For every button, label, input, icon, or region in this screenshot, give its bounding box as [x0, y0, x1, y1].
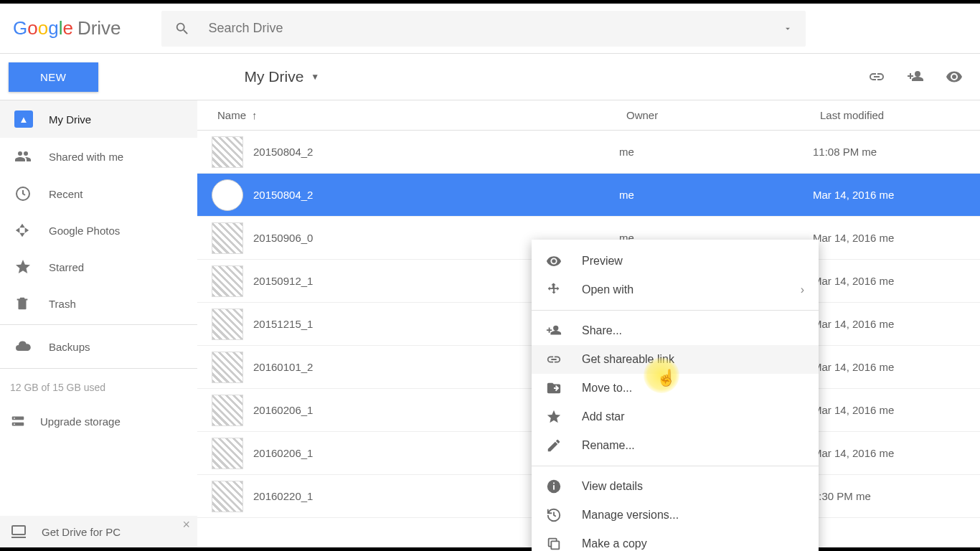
ctx-manage-versions[interactable]: Manage versions...: [532, 501, 819, 529]
ctx-view-details[interactable]: View details: [532, 472, 819, 501]
nav-label: Recent: [49, 188, 83, 200]
nav-label: Google Photos: [49, 225, 120, 237]
ctx-share[interactable]: Share...: [532, 316, 819, 345]
file-name: 20150804_2: [253, 146, 619, 158]
link-icon[interactable]: [868, 68, 885, 85]
context-menu: Preview Open with › Share... Get shareab…: [532, 240, 819, 551]
file-modified: Mar 14, 2016 me: [813, 318, 894, 330]
storage-icon: [10, 413, 26, 429]
desktop-icon: [10, 523, 27, 540]
sort-asc-icon: ↑: [252, 109, 258, 121]
ctx-rename[interactable]: Rename...: [532, 431, 819, 460]
black-letterbox-bottom: [0, 547, 980, 551]
toolbar: NEW My Drive ▼: [0, 54, 980, 100]
new-button[interactable]: NEW: [9, 62, 98, 92]
ctx-label: Share...: [582, 324, 622, 337]
file-thumbnail: [212, 265, 243, 297]
file-owner: me: [619, 146, 813, 158]
sidebar-item-starred[interactable]: Starred: [0, 248, 197, 286]
upgrade-storage[interactable]: Upgrade storage: [0, 403, 197, 439]
close-icon[interactable]: ×: [182, 517, 190, 532]
drive-icon: ▲: [14, 110, 33, 128]
ctx-label: Rename...: [582, 439, 635, 452]
main: ▲ My Drive Shared with me Recent Google …: [0, 100, 980, 547]
file-modified: Mar 14, 2016 me: [813, 189, 894, 201]
file-modified: 7:30 PM me: [813, 490, 871, 502]
sidebar-item-backups[interactable]: Backups: [0, 328, 197, 365]
header: Google Drive: [0, 4, 980, 54]
ctx-label: Open with: [582, 283, 633, 296]
search-bar[interactable]: [161, 11, 806, 47]
history-icon: [546, 507, 565, 523]
eye-icon[interactable]: [946, 68, 963, 85]
ctx-separator: [532, 466, 819, 466]
file-modified: Mar 14, 2016 me: [813, 447, 894, 459]
file-modified: 11:08 PM me: [813, 146, 877, 158]
cloud-icon: [14, 338, 33, 355]
file-thumbnail: [212, 179, 243, 211]
svg-point-3: [14, 418, 15, 419]
ctx-label: Move to...: [582, 382, 632, 395]
person-add-icon[interactable]: [907, 68, 924, 85]
sidebar-item-recent[interactable]: Recent: [0, 175, 197, 212]
trash-icon: [14, 296, 33, 311]
sidebar: ▲ My Drive Shared with me Recent Google …: [0, 100, 197, 547]
ctx-label: View details: [582, 480, 643, 493]
search-options-dropdown-icon[interactable]: [783, 24, 793, 34]
sidebar-item-photos[interactable]: Google Photos: [0, 212, 197, 248]
clock-icon: [14, 185, 33, 202]
star-icon: [546, 409, 565, 425]
photos-icon: [14, 222, 33, 238]
person-add-icon: [546, 323, 565, 339]
chevron-right-icon: ›: [801, 283, 804, 296]
ctx-preview[interactable]: Preview: [532, 247, 819, 276]
ctx-label: Make a copy: [582, 537, 647, 550]
copy-icon: [546, 536, 565, 551]
nav-label: My Drive: [49, 113, 91, 126]
rename-icon: [546, 438, 565, 453]
chevron-down-icon: ▼: [311, 72, 319, 82]
ctx-open-with[interactable]: Open with ›: [532, 276, 819, 304]
svg-rect-7: [553, 485, 555, 489]
move-icon: [546, 282, 565, 298]
sidebar-item-my-drive[interactable]: ▲ My Drive: [0, 100, 197, 138]
file-thumbnail: [212, 395, 243, 426]
info-icon: [546, 479, 565, 494]
ctx-get-shareable-link[interactable]: Get shareable link: [532, 345, 819, 374]
product-name: Drive: [77, 17, 121, 39]
people-icon: [14, 148, 33, 165]
sidebar-item-trash[interactable]: Trash: [0, 286, 197, 321]
file-thumbnail: [212, 438, 243, 469]
file-row[interactable]: 20150804_2meMar 14, 2016 me: [197, 174, 980, 217]
logo[interactable]: Google Drive: [9, 17, 126, 39]
ctx-add-star[interactable]: Add star: [532, 402, 819, 431]
ctx-move-to[interactable]: Move to...: [532, 374, 819, 402]
file-modified: Mar 14, 2016 me: [813, 404, 894, 416]
column-owner[interactable]: Owner: [626, 109, 820, 121]
upgrade-label: Upgrade storage: [40, 415, 121, 428]
file-modified: Mar 14, 2016 me: [813, 361, 894, 373]
nav-label: Starred: [49, 261, 84, 273]
search-input[interactable]: [209, 21, 783, 36]
breadcrumb[interactable]: My Drive ▼: [245, 68, 320, 85]
ctx-label: Get shareable link: [582, 353, 674, 366]
storage-quota: 12 GB of 15 GB used: [0, 372, 197, 403]
breadcrumb-label: My Drive: [245, 68, 304, 85]
eye-icon: [546, 253, 565, 269]
file-row[interactable]: 20150804_2me11:08 PM me: [197, 131, 980, 174]
svg-rect-9: [551, 541, 559, 549]
get-drive-pc-promo[interactable]: Get Drive for PC ×: [0, 516, 197, 547]
ctx-label: Manage versions...: [582, 509, 679, 522]
svg-point-4: [14, 423, 15, 425]
ctx-make-copy[interactable]: Make a copy: [532, 529, 819, 551]
file-modified: Mar 14, 2016 me: [813, 275, 894, 287]
link-icon: [546, 352, 565, 367]
ctx-separator: [532, 310, 819, 311]
file-owner: me: [619, 189, 813, 201]
column-modified[interactable]: Last modified: [820, 109, 884, 121]
promo-label: Get Drive for PC: [42, 526, 121, 538]
column-name[interactable]: Name ↑: [217, 109, 626, 121]
file-modified: Mar 14, 2016 me: [813, 232, 894, 244]
sidebar-item-shared[interactable]: Shared with me: [0, 138, 197, 175]
file-thumbnail: [212, 222, 243, 254]
